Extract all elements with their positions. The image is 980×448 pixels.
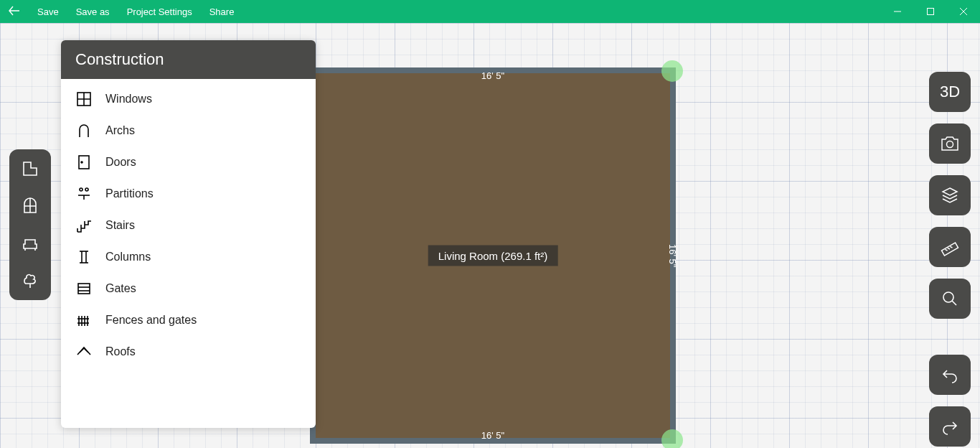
dimension-top: 16' 5" (310, 70, 676, 81)
svg-point-26 (947, 141, 953, 148)
panel-item-label: Fences and gates (105, 314, 197, 327)
panel-item-label: Doors (105, 156, 136, 169)
fence-icon (75, 312, 93, 329)
window-icon (75, 90, 93, 108)
panel-item-label: Windows (105, 93, 152, 106)
right-toolbar: 3D (929, 72, 971, 447)
svg-point-31 (943, 292, 953, 302)
svg-line-30 (950, 246, 952, 248)
dimension-right: 16' 5" (667, 67, 677, 444)
stairs-icon (75, 217, 93, 234)
menu-save[interactable]: Save (29, 6, 67, 17)
svg-point-8 (81, 162, 83, 163)
svg-point-9 (80, 188, 83, 191)
panel-item-stairs[interactable]: Stairs (61, 210, 316, 241)
roof-icon (75, 343, 93, 360)
tool-window[interactable] (19, 195, 41, 217)
panel-list: Windows Archs Doors Partitions Stairs (61, 79, 316, 372)
tool-furniture[interactable] (19, 233, 41, 254)
toolbar-gap (929, 330, 971, 343)
menu-project-settings[interactable]: Project Settings (118, 6, 201, 17)
panel-item-label: Columns (105, 251, 151, 263)
view-3d-button[interactable]: 3D (929, 72, 971, 112)
redo-button[interactable] (929, 406, 971, 447)
svg-line-29 (948, 247, 950, 250)
menu-save-as[interactable]: Save as (67, 6, 118, 17)
panel-item-doors[interactable]: Doors (61, 146, 316, 178)
arch-icon (75, 122, 93, 139)
dimension-bottom: 16' 5" (310, 430, 676, 441)
layers-button[interactable] (929, 175, 971, 215)
panel-item-label: Partitions (105, 187, 154, 200)
svg-rect-1 (928, 9, 934, 15)
camera-button[interactable] (929, 123, 971, 164)
panel-item-columns[interactable]: Columns (61, 241, 316, 273)
panel-item-gates[interactable]: Gates (61, 273, 316, 304)
back-button[interactable] (0, 5, 29, 19)
panel-item-label: Archs (105, 124, 135, 137)
svg-line-32 (952, 301, 956, 305)
room-wrap: 16' 5" 16' 5" 16' 5" Living Room (269.1 … (310, 67, 676, 444)
undo-button[interactable] (929, 355, 971, 395)
svg-line-28 (945, 248, 947, 251)
panel-item-archs[interactable]: Archs (61, 115, 316, 146)
panel-item-label: Stairs (105, 219, 135, 232)
resize-handle-bottom-right[interactable] (661, 429, 683, 448)
menu-share[interactable]: Share (201, 6, 243, 17)
panel-item-fences[interactable]: Fences and gates (61, 304, 316, 336)
construction-panel: Construction Windows Archs Doors Partiti… (61, 40, 316, 428)
panel-title: Construction (61, 40, 316, 79)
search-button[interactable] (929, 279, 971, 319)
partition-icon (75, 185, 93, 202)
tool-room-shape[interactable] (19, 158, 41, 179)
panel-item-label: Gates (105, 282, 136, 295)
window-close-button[interactable] (947, 0, 980, 23)
panel-item-roofs[interactable]: Roofs (61, 336, 316, 368)
svg-rect-17 (78, 284, 90, 294)
window-maximize-button[interactable] (914, 0, 947, 23)
ruler-button[interactable] (929, 227, 971, 267)
column-icon (75, 248, 93, 266)
top-menubar: Save Save as Project Settings Share (0, 0, 980, 23)
panel-item-partitions[interactable]: Partitions (61, 178, 316, 210)
door-icon (75, 154, 93, 171)
panel-item-label: Roofs (105, 345, 136, 358)
panel-item-windows[interactable]: Windows (61, 83, 316, 115)
svg-rect-7 (79, 156, 89, 169)
tool-tree[interactable] (19, 270, 41, 291)
gate-icon (75, 280, 93, 297)
left-toolbar (9, 149, 51, 300)
svg-point-10 (85, 188, 88, 191)
window-minimize-button[interactable] (881, 0, 914, 23)
resize-handle-top-right[interactable] (661, 60, 683, 82)
room-label[interactable]: Living Room (269.1 ft²) (428, 246, 558, 266)
